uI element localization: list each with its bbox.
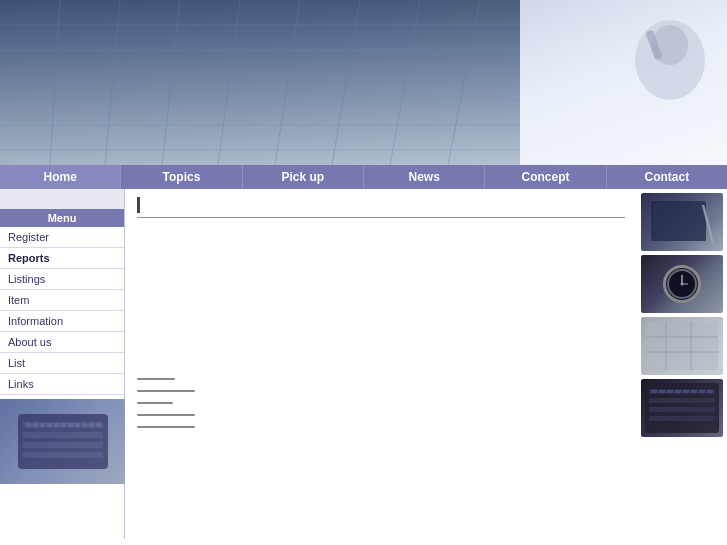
sidebar-top-spacer [0,189,124,209]
sidebar-item-reports[interactable]: Reports [0,248,124,269]
content-placeholder-line-3 [137,402,173,404]
sidebar-item-register[interactable]: Register [0,227,124,248]
thumbnail-notebook[interactable] [641,193,723,251]
thumbnail-watch[interactable] [641,255,723,313]
content-area [125,189,637,539]
svg-rect-54 [691,390,697,393]
thumbnail-keyboard[interactable] [641,379,723,437]
svg-rect-45 [649,389,715,394]
sidebar-item-aboutus[interactable]: About us [0,332,124,353]
svg-rect-50 [659,390,665,393]
person-silhouette [520,0,727,165]
svg-rect-46 [649,398,715,403]
nav-concept[interactable]: Concept [485,165,606,189]
svg-rect-19 [23,442,103,448]
content-input-bar [137,197,625,218]
svg-rect-24 [47,423,52,427]
svg-rect-48 [649,416,715,421]
svg-rect-47 [649,407,715,412]
sidebar-item-listings[interactable]: Listings [0,269,124,290]
svg-rect-23 [40,423,45,427]
svg-rect-55 [699,390,705,393]
nav-pickup[interactable]: Pick up [243,165,364,189]
svg-rect-28 [75,423,80,427]
sidebar-item-links[interactable]: Links [0,374,124,395]
nav-contact[interactable]: Contact [607,165,727,189]
svg-rect-27 [68,423,73,427]
svg-rect-29 [82,423,87,427]
svg-rect-18 [23,432,103,438]
sidebar: Menu Register Reports Listings Item Info… [0,189,125,539]
content-placeholder-line-1 [137,378,175,380]
svg-rect-52 [675,390,681,393]
sidebar-menu-header: Menu [0,209,124,227]
sidebar-item-item[interactable]: Item [0,290,124,311]
nav-news[interactable]: News [364,165,485,189]
keyboard-decoration [18,414,108,469]
content-placeholder-line-2 [137,390,195,392]
svg-rect-31 [96,423,101,427]
svg-rect-20 [23,452,103,458]
content-placeholder-line-5 [137,426,195,428]
thumbnail-map[interactable] [641,317,723,375]
svg-rect-53 [683,390,689,393]
nav-home[interactable]: Home [0,165,121,189]
navigation-bar: Home Topics Pick up News Concept Contact [0,165,727,189]
svg-rect-22 [33,423,38,427]
main-layout: Menu Register Reports Listings Item Info… [0,189,727,539]
sidebar-item-information[interactable]: Information [0,311,124,332]
content-placeholder-line-4 [137,414,195,416]
svg-rect-56 [707,390,713,393]
svg-rect-49 [651,390,657,393]
svg-rect-21 [26,423,31,427]
nav-topics[interactable]: Topics [121,165,242,189]
right-thumbnail-panel [637,189,727,539]
sidebar-image [0,399,125,484]
content-search-input[interactable] [146,198,446,212]
svg-rect-26 [61,423,66,427]
svg-rect-33 [653,203,706,241]
svg-rect-51 [667,390,673,393]
svg-rect-39 [646,322,718,370]
sidebar-item-list[interactable]: List [0,353,124,374]
watch-face [663,265,701,303]
svg-rect-30 [89,423,94,427]
cursor-marker [137,197,140,213]
header-banner [0,0,727,165]
building-grid [0,0,520,165]
person-area [520,0,727,165]
svg-rect-25 [54,423,59,427]
